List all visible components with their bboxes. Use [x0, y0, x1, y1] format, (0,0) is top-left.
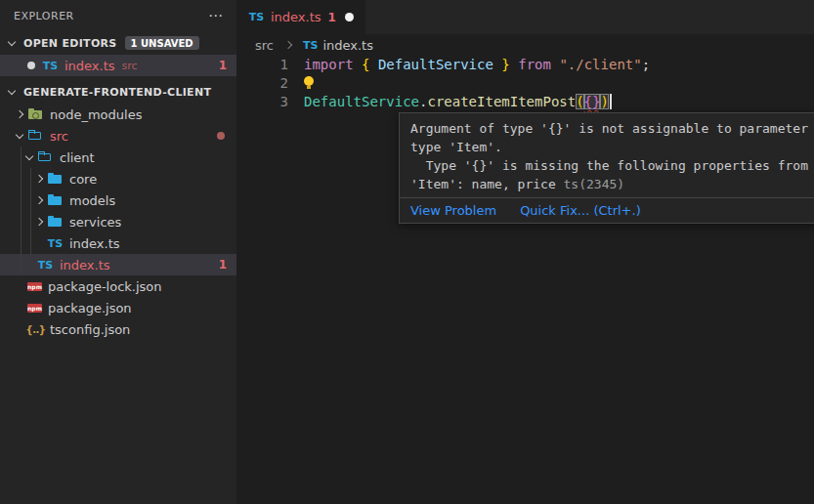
code-area[interactable]: 1import { DefaultService } from "./clien…	[236, 56, 814, 111]
explorer-sidebar: EXPLORER ⋯ OPEN EDITORS 1 UNSAVED TS ind…	[0, 0, 236, 504]
tree-item-label: models	[69, 193, 115, 208]
more-actions-icon[interactable]: ⋯	[208, 11, 223, 21]
lightbulb-icon[interactable]	[304, 76, 315, 90]
npm-icon: npm	[27, 304, 42, 313]
error-tooltip: Argument of type '{}' is not assignable …	[399, 112, 814, 224]
folder-icon	[47, 192, 64, 208]
tree-item-label: node_modules	[50, 107, 142, 122]
folder-icon	[47, 171, 64, 187]
tooltip-message-line: 'Item': name, price ts(2345)	[410, 175, 814, 193]
code-line-3[interactable]: 3DefaultService.createItemItemPost({})	[236, 93, 814, 111]
chevron-down-icon[interactable]	[21, 155, 37, 159]
ts-icon: TS	[37, 257, 54, 273]
tree-item-label: src	[50, 129, 68, 144]
code-line-1[interactable]: 1import { DefaultService } from "./clien…	[236, 56, 814, 74]
explorer-title: EXPLORER	[14, 10, 74, 22]
modified-dot-icon	[217, 132, 225, 140]
tree-item-src[interactable]: src	[0, 125, 236, 147]
tree-item-core[interactable]: core	[0, 168, 236, 189]
folder-node-icon	[27, 106, 44, 122]
tree-item-client[interactable]: client	[0, 147, 236, 168]
open-editors-header[interactable]: OPEN EDITORS 1 UNSAVED	[0, 31, 236, 55]
tooltip-message-line: Argument of type '{}' is not assignable …	[410, 119, 814, 138]
open-editor-file-path: src	[122, 60, 138, 72]
folder-icon	[47, 214, 64, 230]
chevron-right-icon[interactable]	[31, 219, 47, 225]
tree-item-index.ts[interactable]: TSindex.ts	[0, 232, 236, 254]
vscode-window: { "sidebar": { "title": "EXPLORER", "ope…	[0, 0, 814, 504]
braces-icon: {..}	[27, 321, 44, 337]
line-number: 3	[236, 93, 288, 111]
chevron-right-icon[interactable]	[31, 197, 47, 203]
tooltip-message-line: type 'Item'.	[410, 138, 814, 156]
tree-item-label: index.ts	[69, 236, 120, 251]
code-line-content: import { DefaultService } from "./client…	[304, 56, 650, 74]
tab-bar: TS index.ts 1	[236, 0, 814, 34]
code-line-content: DefaultService.createItemItemPost({})	[304, 93, 612, 111]
quick-fix-link[interactable]: Quick Fix... (Ctrl+.)	[520, 203, 641, 218]
tab-index-ts[interactable]: TS index.ts 1	[236, 0, 365, 34]
unsaved-dot-icon[interactable]	[27, 62, 35, 69]
text-cursor	[610, 94, 612, 109]
tab-error-badge: 1	[328, 11, 336, 24]
workspace-header[interactable]: GENERATE-FRONTEND-CLIENT	[0, 80, 236, 104]
breadcrumb-file[interactable]: index.ts	[322, 38, 373, 53]
tree-item-label: tsconfig.json	[50, 322, 130, 337]
tree-item-services[interactable]: services	[0, 211, 236, 232]
tree-item-node_modules[interactable]: node_modules	[0, 104, 236, 125]
file-tree: node_modulessrcclientcoremodelsservicesT…	[0, 104, 236, 340]
open-editor-file-label: index.ts	[64, 59, 115, 73]
breadcrumb-folder[interactable]: src	[255, 38, 274, 53]
unsaved-count-badge: 1 UNSAVED	[125, 36, 199, 50]
tree-item-tsconfig.json[interactable]: {..}tsconfig.json	[0, 318, 236, 340]
workspace-label: GENERATE-FRONTEND-CLIENT	[23, 86, 211, 99]
tree-item-label: client	[60, 150, 95, 165]
view-problem-link[interactable]: View Problem	[410, 203, 496, 218]
tab-file-label: index.ts	[271, 10, 321, 24]
code-line-content	[304, 74, 315, 93]
ts-icon: TS	[47, 235, 64, 251]
tree-item-label: core	[69, 172, 97, 187]
chevron-down-icon[interactable]	[4, 41, 20, 45]
tooltip-footer: View Problem Quick Fix... (Ctrl+.)	[400, 197, 814, 223]
tree-item-index.ts[interactable]: TSindex.ts1	[0, 254, 236, 275]
chevron-right-icon	[280, 42, 296, 48]
typescript-file-icon: TS	[303, 39, 318, 52]
open-editors-label: OPEN EDITORS	[23, 37, 117, 50]
chevron-right-icon[interactable]	[31, 176, 47, 182]
typescript-file-icon: TS	[42, 58, 59, 73]
folder-open-icon	[37, 149, 54, 165]
sidebar-title-row: EXPLORER ⋯	[0, 0, 236, 31]
open-editor-item-index-ts[interactable]: TS index.ts src 1	[0, 55, 236, 76]
tree-item-label: package-lock.json	[48, 279, 162, 294]
tree-item-package-lock.json[interactable]: npmpackage-lock.json	[0, 275, 236, 297]
code-line-2[interactable]: 2	[236, 74, 814, 93]
indent-guide	[30, 168, 31, 254]
indent-guide	[21, 147, 21, 275]
editor-area: TS index.ts 1 src TS index.ts 1import { …	[236, 0, 814, 504]
chevron-down-icon[interactable]	[4, 90, 20, 94]
tree-item-label: package.json	[48, 301, 132, 315]
tooltip-message: Argument of type '{}' is not assignable …	[400, 113, 814, 197]
tree-item-label: services	[69, 215, 121, 230]
breadcrumb: src TS index.ts	[236, 34, 814, 56]
error-code: ts(2345)	[564, 177, 625, 191]
tree-item-models[interactable]: models	[0, 189, 236, 211]
tooltip-message-line: Type '{}' is missing the following prope…	[410, 156, 814, 175]
chevron-down-icon[interactable]	[12, 134, 27, 138]
error-count-badge: 1	[219, 59, 227, 72]
tree-item-package.json[interactable]: npmpackage.json	[0, 297, 236, 318]
chevron-right-icon[interactable]	[12, 111, 27, 117]
dirty-dot-icon[interactable]	[345, 13, 354, 21]
npm-icon: npm	[27, 282, 42, 291]
tree-item-label: index.ts	[60, 258, 110, 273]
folder-open-icon	[27, 128, 44, 144]
line-number: 1	[236, 56, 288, 74]
typescript-file-icon: TS	[248, 10, 265, 25]
line-number: 2	[236, 74, 288, 93]
error-count-badge: 1	[219, 258, 227, 272]
